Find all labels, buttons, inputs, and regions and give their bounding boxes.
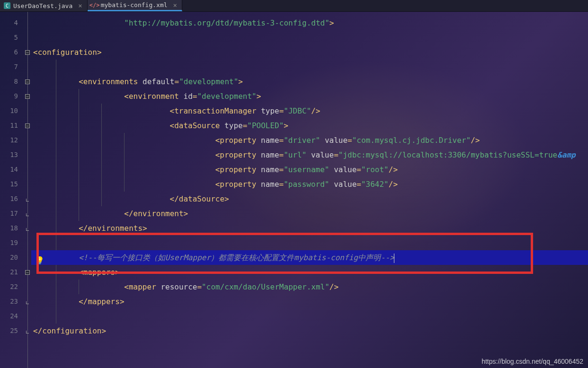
token-punct: = [347, 136, 352, 145]
code-line[interactable]: </configuration> [31, 324, 588, 338]
indent-guide [79, 192, 79, 206]
token-punct: </ [170, 194, 179, 203]
fold-end-icon[interactable] [26, 213, 29, 216]
code-line[interactable]: </environment> [31, 206, 588, 221]
editor-tab[interactable]: CUserDaoTest.java× [0, 0, 88, 11]
code-line[interactable]: </dataSource> [31, 192, 588, 206]
fold-end-icon[interactable] [26, 228, 29, 231]
code-line[interactable]: <property name="driver" value="com.mysql… [31, 133, 588, 148]
code-line[interactable]: <transactionManager type="JDBC"/> [31, 104, 588, 118]
line-number: 23 [0, 294, 18, 309]
fold-end-icon[interactable] [26, 301, 29, 304]
line-number: 18 [0, 221, 18, 236]
code-line[interactable]: <property name="password" value="3642"/> [31, 177, 588, 192]
indent-guide [56, 118, 56, 133]
indent-guide [56, 74, 56, 89]
token-val: "driver" [284, 136, 325, 145]
indent-guide [101, 177, 102, 192]
token-punct: </ [33, 326, 42, 335]
token-val: "3642" [361, 180, 389, 189]
code-line[interactable] [31, 30, 588, 45]
code-line[interactable] [31, 60, 588, 74]
code-line[interactable] [31, 309, 588, 324]
close-icon[interactable]: × [173, 1, 177, 9]
code-line[interactable] [31, 236, 588, 250]
fold-minus-icon[interactable]: − [25, 50, 30, 55]
token-attr: type [261, 106, 279, 115]
code-line[interactable]: <property name="username" value="root"/> [31, 162, 588, 177]
token-punct: < [170, 121, 175, 130]
token-val: "com/cxm/dao/UserMapper.xml" [202, 282, 330, 291]
token-punct: = [197, 282, 202, 291]
code-area[interactable]: "http://mybatis.org/dtd/mybatis-3-config… [31, 12, 588, 368]
code-line[interactable]: <mappers> [31, 265, 588, 280]
fold-gutter-cell [24, 192, 31, 206]
code-line[interactable]: 💡<!--每写一个接口类（如UserMapper）都需要在核心配置文件mybat… [31, 250, 588, 265]
token-punct: </ [79, 297, 88, 306]
line-number: 16 [0, 192, 18, 206]
fold-end-icon[interactable] [26, 199, 29, 202]
token-tag: configuration [38, 48, 97, 57]
token-attr: default [143, 77, 174, 86]
indent-guide [56, 294, 56, 309]
indent-guide [101, 104, 102, 118]
token-punct: < [215, 165, 220, 174]
fold-minus-icon[interactable]: − [25, 94, 30, 99]
token-tag: configuration [42, 326, 101, 335]
token-punct: /> [389, 165, 398, 174]
token-punct: < [124, 282, 129, 291]
token-punct: > [224, 194, 229, 203]
fold-minus-icon[interactable]: − [25, 79, 30, 84]
code-line[interactable]: <configuration> [31, 45, 588, 60]
line-number: 4 [0, 16, 18, 30]
editor-area[interactable]: 45678910111213141516171819202122232425 −… [0, 12, 588, 368]
token-punct: /> [389, 180, 398, 189]
close-icon[interactable]: × [78, 2, 82, 9]
tab-filename: UserDaoTest.java [13, 2, 72, 9]
code-line[interactable]: <property name="url" value="jdbc:mysql:/… [31, 148, 588, 162]
token-punct: </ [124, 209, 133, 218]
indent-guide [79, 162, 79, 177]
token-attr: value [311, 150, 334, 159]
token-val: "development" [197, 92, 256, 101]
fold-gutter-cell: − [24, 265, 31, 280]
token-comment: <!--每写一个接口类（如UserMapper）都需要在核心配置文件mybati… [79, 253, 394, 262]
token-attr: name [261, 136, 279, 145]
code-line[interactable]: <environments default="development"> [31, 74, 588, 89]
fold-end-icon[interactable] [26, 331, 29, 333]
line-number: 14 [0, 162, 18, 177]
token-punct: = [174, 77, 179, 86]
fold-minus-icon[interactable]: − [25, 270, 30, 275]
fold-gutter-cell: − [24, 118, 31, 133]
token-punct: < [215, 180, 220, 189]
line-number: 11 [0, 118, 18, 133]
fold-gutter-cell [24, 206, 31, 221]
line-number: 17 [0, 206, 18, 221]
indent-guide [56, 177, 56, 192]
line-number: 9 [0, 89, 18, 104]
token-punct: > [330, 18, 334, 27]
code-line[interactable]: </environments> [31, 221, 588, 236]
token-tag: mappers [88, 297, 119, 306]
token-val: "password" [284, 180, 334, 189]
token-attr: value [325, 136, 347, 145]
line-number: 10 [0, 104, 18, 118]
code-line[interactable]: </mappers> [31, 294, 588, 309]
token-punct: = [356, 180, 361, 189]
code-line[interactable]: <environment id="development"> [31, 89, 588, 104]
code-line[interactable]: <dataSource type="POOLED"> [31, 118, 588, 133]
indent-guide [56, 192, 56, 206]
fold-minus-icon[interactable]: − [25, 123, 30, 128]
line-number: 19 [0, 236, 18, 250]
token-punct: = [279, 180, 284, 189]
token-punct: = [279, 106, 284, 115]
indent-guide [124, 148, 125, 162]
token-val: "url" [284, 150, 311, 159]
code-line[interactable]: "http://mybatis.org/dtd/mybatis-3-config… [31, 16, 588, 30]
editor-tab[interactable]: </>mybatis-config.xml× [88, 0, 182, 11]
line-number: 7 [0, 60, 18, 74]
code-line[interactable]: <mapper resource="com/cxm/dao/UserMapper… [31, 280, 588, 294]
indent-guide [101, 192, 102, 206]
fold-gutter-cell [24, 280, 31, 294]
token-attr: type [224, 121, 243, 130]
